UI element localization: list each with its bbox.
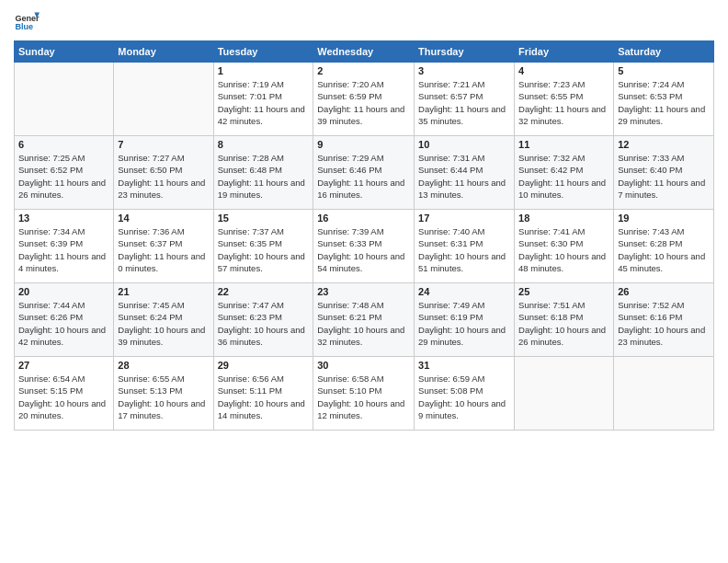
calendar-cell: 13Sunrise: 7:34 AM Sunset: 6:39 PM Dayli… (15, 210, 114, 283)
day-number: 26 (618, 286, 710, 297)
calendar-header-tuesday: Tuesday (213, 41, 313, 63)
day-info: Sunrise: 7:33 AM Sunset: 6:40 PM Dayligh… (618, 152, 710, 201)
calendar-cell: 14Sunrise: 7:36 AM Sunset: 6:37 PM Dayli… (114, 210, 213, 283)
calendar-cell: 27Sunrise: 6:54 AM Sunset: 5:15 PM Dayli… (15, 357, 114, 431)
day-info: Sunrise: 7:41 AM Sunset: 6:30 PM Dayligh… (518, 225, 609, 274)
day-number: 25 (518, 286, 609, 297)
day-info: Sunrise: 6:58 AM Sunset: 5:10 PM Dayligh… (317, 373, 410, 421)
calendar-cell: 15Sunrise: 7:37 AM Sunset: 6:35 PM Dayli… (213, 210, 313, 283)
calendar-header-monday: Monday (114, 41, 213, 63)
day-info: Sunrise: 7:43 AM Sunset: 6:28 PM Dayligh… (618, 225, 710, 274)
day-number: 11 (518, 139, 609, 150)
calendar-header-sunday: Sunday (15, 41, 114, 63)
calendar-cell: 3Sunrise: 7:21 AM Sunset: 6:57 PM Daylig… (415, 63, 515, 136)
day-number: 1 (218, 65, 310, 76)
day-info: Sunrise: 7:37 AM Sunset: 6:35 PM Dayligh… (218, 225, 310, 274)
day-info: Sunrise: 7:36 AM Sunset: 6:37 PM Dayligh… (118, 225, 209, 274)
calendar-cell: 28Sunrise: 6:55 AM Sunset: 5:13 PM Dayli… (114, 357, 213, 431)
day-number: 16 (317, 213, 410, 224)
logo-icon: General Blue (14, 9, 40, 35)
calendar-cell: 7Sunrise: 7:27 AM Sunset: 6:50 PM Daylig… (114, 136, 213, 210)
day-info: Sunrise: 6:55 AM Sunset: 5:13 PM Dayligh… (118, 373, 209, 421)
calendar-cell: 25Sunrise: 7:51 AM Sunset: 6:18 PM Dayli… (515, 283, 614, 357)
day-number: 13 (18, 213, 109, 224)
day-number: 5 (618, 65, 710, 76)
day-info: Sunrise: 6:54 AM Sunset: 5:15 PM Dayligh… (18, 373, 109, 421)
calendar-cell: 18Sunrise: 7:41 AM Sunset: 6:30 PM Dayli… (515, 210, 614, 283)
day-info: Sunrise: 7:45 AM Sunset: 6:24 PM Dayligh… (118, 299, 209, 348)
svg-text:Blue: Blue (15, 22, 33, 31)
day-number: 4 (518, 65, 609, 76)
calendar-week-5: 27Sunrise: 6:54 AM Sunset: 5:15 PM Dayli… (15, 357, 714, 431)
calendar-cell: 2Sunrise: 7:20 AM Sunset: 6:59 PM Daylig… (313, 63, 415, 136)
day-number: 7 (118, 139, 209, 150)
calendar-week-2: 6Sunrise: 7:25 AM Sunset: 6:52 PM Daylig… (15, 136, 714, 210)
day-info: Sunrise: 7:23 AM Sunset: 6:55 PM Dayligh… (518, 78, 609, 127)
calendar-cell: 6Sunrise: 7:25 AM Sunset: 6:52 PM Daylig… (15, 136, 114, 210)
day-number: 24 (418, 286, 510, 297)
day-number: 28 (118, 360, 209, 371)
calendar-header-thursday: Thursday (415, 41, 515, 63)
calendar-cell: 24Sunrise: 7:49 AM Sunset: 6:19 PM Dayli… (415, 283, 515, 357)
day-info: Sunrise: 7:34 AM Sunset: 6:39 PM Dayligh… (18, 225, 109, 274)
calendar-cell: 19Sunrise: 7:43 AM Sunset: 6:28 PM Dayli… (614, 210, 714, 283)
day-info: Sunrise: 7:39 AM Sunset: 6:33 PM Dayligh… (317, 225, 410, 274)
calendar-week-3: 13Sunrise: 7:34 AM Sunset: 6:39 PM Dayli… (15, 210, 714, 283)
day-number: 20 (18, 286, 109, 297)
day-info: Sunrise: 7:19 AM Sunset: 7:01 PM Dayligh… (218, 78, 310, 127)
calendar-week-4: 20Sunrise: 7:44 AM Sunset: 6:26 PM Dayli… (15, 283, 714, 357)
day-number: 19 (618, 213, 710, 224)
day-number: 27 (18, 360, 109, 371)
calendar-header-row: SundayMondayTuesdayWednesdayThursdayFrid… (15, 41, 714, 63)
calendar-week-1: 1Sunrise: 7:19 AM Sunset: 7:01 PM Daylig… (15, 63, 714, 136)
calendar-cell: 16Sunrise: 7:39 AM Sunset: 6:33 PM Dayli… (313, 210, 415, 283)
calendar-cell: 21Sunrise: 7:45 AM Sunset: 6:24 PM Dayli… (114, 283, 213, 357)
day-info: Sunrise: 6:56 AM Sunset: 5:11 PM Dayligh… (218, 373, 310, 421)
day-info: Sunrise: 7:32 AM Sunset: 6:42 PM Dayligh… (518, 152, 609, 201)
calendar-cell: 31Sunrise: 6:59 AM Sunset: 5:08 PM Dayli… (415, 357, 515, 431)
calendar-cell: 9Sunrise: 7:29 AM Sunset: 6:46 PM Daylig… (313, 136, 415, 210)
day-info: Sunrise: 7:44 AM Sunset: 6:26 PM Dayligh… (18, 299, 109, 348)
day-info: Sunrise: 7:20 AM Sunset: 6:59 PM Dayligh… (317, 78, 410, 127)
day-number: 30 (317, 360, 410, 371)
day-number: 15 (218, 213, 310, 224)
logo: General Blue (14, 9, 40, 35)
calendar-cell (515, 357, 614, 431)
calendar-cell (114, 63, 213, 136)
calendar-cell: 10Sunrise: 7:31 AM Sunset: 6:44 PM Dayli… (415, 136, 515, 210)
calendar-cell: 30Sunrise: 6:58 AM Sunset: 5:10 PM Dayli… (313, 357, 415, 431)
day-number: 12 (618, 139, 710, 150)
day-info: Sunrise: 7:25 AM Sunset: 6:52 PM Dayligh… (18, 152, 109, 201)
calendar-cell: 20Sunrise: 7:44 AM Sunset: 6:26 PM Dayli… (15, 283, 114, 357)
day-number: 6 (18, 139, 109, 150)
day-number: 3 (418, 65, 510, 76)
day-info: Sunrise: 7:31 AM Sunset: 6:44 PM Dayligh… (418, 152, 510, 201)
day-number: 10 (418, 139, 510, 150)
day-info: Sunrise: 7:51 AM Sunset: 6:18 PM Dayligh… (518, 299, 609, 348)
day-number: 23 (317, 286, 410, 297)
day-info: Sunrise: 7:49 AM Sunset: 6:19 PM Dayligh… (418, 299, 510, 348)
calendar-cell: 23Sunrise: 7:48 AM Sunset: 6:21 PM Dayli… (313, 283, 415, 357)
day-info: Sunrise: 7:52 AM Sunset: 6:16 PM Dayligh… (618, 299, 710, 348)
day-info: Sunrise: 7:47 AM Sunset: 6:23 PM Dayligh… (218, 299, 310, 348)
day-number: 29 (218, 360, 310, 371)
calendar-cell: 12Sunrise: 7:33 AM Sunset: 6:40 PM Dayli… (614, 136, 714, 210)
day-number: 18 (518, 213, 609, 224)
calendar-cell: 22Sunrise: 7:47 AM Sunset: 6:23 PM Dayli… (213, 283, 313, 357)
calendar-cell: 26Sunrise: 7:52 AM Sunset: 6:16 PM Dayli… (614, 283, 714, 357)
header: General Blue (14, 9, 714, 35)
calendar-header-wednesday: Wednesday (313, 41, 415, 63)
day-number: 8 (218, 139, 310, 150)
calendar-cell: 4Sunrise: 7:23 AM Sunset: 6:55 PM Daylig… (515, 63, 614, 136)
calendar-cell (15, 63, 114, 136)
day-info: Sunrise: 6:59 AM Sunset: 5:08 PM Dayligh… (418, 373, 510, 421)
calendar-cell: 11Sunrise: 7:32 AM Sunset: 6:42 PM Dayli… (515, 136, 614, 210)
calendar-cell: 1Sunrise: 7:19 AM Sunset: 7:01 PM Daylig… (213, 63, 313, 136)
day-info: Sunrise: 7:40 AM Sunset: 6:31 PM Dayligh… (418, 225, 510, 274)
day-number: 14 (118, 213, 209, 224)
day-number: 17 (418, 213, 510, 224)
day-number: 21 (118, 286, 209, 297)
day-number: 2 (317, 65, 410, 76)
calendar-cell: 5Sunrise: 7:24 AM Sunset: 6:53 PM Daylig… (614, 63, 714, 136)
day-info: Sunrise: 7:28 AM Sunset: 6:48 PM Dayligh… (218, 152, 310, 201)
